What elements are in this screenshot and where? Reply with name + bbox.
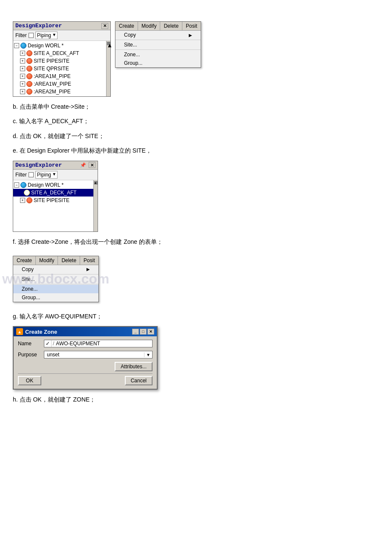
de2-expand-0[interactable]: − — [14, 182, 19, 188]
de2-filter-checkbox[interactable] — [29, 172, 34, 177]
de1-expand-5[interactable]: + — [20, 81, 25, 87]
de2-tree: − Design WORL * SITE A_DECK_AFT + SITE P — [13, 180, 93, 231]
de1-expand-3[interactable]: + — [20, 66, 25, 71]
de2-filter-dropdown[interactable]: Piping ▼ — [35, 171, 58, 179]
cm2-group[interactable]: Group... — [13, 293, 98, 302]
cm1-site[interactable]: Site... — [115, 40, 201, 49]
de2-tree-row-2[interactable]: + SITE PIPESITE — [13, 197, 93, 204]
de2-close-btn[interactable]: ✕ — [89, 162, 95, 168]
dialog-title: Create Zone — [25, 329, 57, 335]
dialog-name-prefix: / — [52, 340, 55, 347]
de2-scroll-up[interactable]: ▲ — [94, 181, 98, 185]
cm2-divider1 — [13, 274, 98, 275]
de2-expand-2[interactable]: + — [20, 198, 25, 203]
cm2-posit[interactable]: Posit — [80, 256, 98, 265]
dialog-attributes-row: Attributes... — [18, 362, 153, 371]
de2-icon-0 — [20, 182, 27, 188]
dialog-restore-btn[interactable]: □ — [140, 329, 147, 335]
cm1-posit[interactable]: Posit — [182, 22, 201, 30]
de1-label-5: :AREA1W_PIPE — [34, 81, 71, 87]
de1-scrollbar[interactable]: ▲ — [106, 41, 110, 96]
de2-tree-row-0[interactable]: − Design WORL * — [13, 181, 93, 189]
de2-pin-icon[interactable]: 📌 — [80, 162, 86, 168]
cm2-modify[interactable]: Modify — [36, 256, 58, 265]
de1-icon-3 — [26, 65, 33, 72]
de2-titlebar: DesignExplorer 📌 ✕ — [13, 161, 98, 170]
context-menu-2: Create Modify Delete Posit Copy ▶ Site..… — [13, 256, 99, 302]
instruction-h: h. 点击 OK，就创建了 ZONE； — [13, 395, 379, 404]
de2-filter-label: Filter — [15, 172, 27, 178]
de1-label-6: :AREA2M_PIPE — [34, 89, 71, 95]
de1-tree-row-4[interactable]: + :AREA1M_PIPE — [13, 72, 106, 80]
cm2-copy[interactable]: Copy ▶ — [13, 265, 98, 274]
de1-tree-row-5[interactable]: + :AREA1W_PIPE — [13, 80, 106, 88]
dialog-icon: ▲ — [16, 328, 23, 335]
instruction-f: f. 选择 Create->Zone，将会出现一个创建 Zone 的表单； — [13, 237, 379, 246]
cm1-divider — [115, 40, 201, 40]
de2-filter-bar: Filter Piping ▼ — [13, 170, 98, 180]
cm2-copy-arrow: ▶ — [86, 267, 90, 272]
instruction-b: b. 点击菜单中 Create->Site； — [13, 102, 379, 111]
cm1-header: Create Modify Delete Posit — [115, 22, 201, 31]
dialog-name-input[interactable] — [55, 340, 152, 347]
cm1-copy[interactable]: Copy ▶ — [115, 31, 201, 39]
de1-label-3: SITE QPRSITE — [34, 66, 69, 72]
cm2-create[interactable]: Create — [13, 256, 36, 265]
de2-icon-1 — [23, 189, 30, 196]
de2-label-0: Design WORL * — [28, 182, 63, 188]
instruction-c: c. 输入名字 A_DECK_AFT； — [13, 116, 379, 126]
de1-expand-1[interactable]: + — [20, 51, 25, 56]
dialog-minimize-btn[interactable]: _ — [132, 329, 139, 335]
de1-tree-row-2[interactable]: + SITE PIPESITE — [13, 57, 106, 65]
dialog-body: Name ✓ / Purpose unset ▼ — [14, 336, 157, 389]
de1-label-4: :AREA1M_PIPE — [34, 73, 71, 79]
cm1-zone[interactable]: Zone... — [115, 50, 201, 59]
dialog-purpose-value: unset — [44, 351, 144, 358]
de1-expand-2[interactable]: + — [20, 58, 25, 64]
design-explorer-1: DesignExplorer ✕ Filter Piping ▼ − Desig… — [13, 21, 111, 97]
dialog-purpose-dropdown[interactable]: ▼ — [144, 353, 152, 357]
dialog-name-row: Name ✓ / — [18, 340, 153, 347]
de2-icon-2 — [26, 197, 33, 204]
design-explorer-2: DesignExplorer 📌 ✕ Filter Piping ▼ − Des… — [13, 161, 98, 232]
de1-expand-6[interactable]: + — [20, 89, 25, 94]
de1-expand-4[interactable]: + — [20, 74, 25, 79]
de1-icon-2 — [26, 58, 33, 64]
cm2-zone[interactable]: Zone... — [13, 285, 98, 293]
cm1-create[interactable]: Create — [115, 22, 138, 30]
de1-filter-checkbox[interactable] — [29, 33, 34, 38]
de1-tree-row-6[interactable]: + :AREA2M_PIPE — [13, 88, 106, 95]
de2-tree-wrapper: − Design WORL * SITE A_DECK_AFT + SITE P — [13, 180, 98, 231]
de1-label-0: Design WORL * — [28, 43, 63, 49]
de2-dropdown-arrow: ▼ — [52, 172, 56, 176]
de1-tree: − Design WORL * + SITE A_DECK_AFT + SITE — [13, 41, 106, 96]
cm2-site[interactable]: Site... — [13, 275, 98, 283]
de1-title: DesignExplorer — [15, 23, 62, 29]
de1-filter-dropdown[interactable]: Piping ▼ — [35, 32, 58, 39]
de1-tree-row-3[interactable]: + SITE QPRSITE — [13, 65, 106, 72]
cm1-modify[interactable]: Modify — [138, 22, 160, 30]
de1-scroll-up[interactable]: ▲ — [107, 42, 110, 45]
de2-scrollbar[interactable]: ▲ — [93, 180, 98, 231]
de1-tree-row-0[interactable]: − Design WORL * — [13, 42, 106, 49]
de1-tree-row-1[interactable]: + SITE A_DECK_AFT — [13, 49, 106, 57]
create-zone-dialog: ▲ Create Zone _ □ ✕ Name ✓ / — [13, 326, 158, 390]
de1-icon-1 — [26, 50, 33, 57]
de1-close-btn[interactable]: ✕ — [101, 23, 108, 29]
cm1-divider2 — [115, 49, 201, 50]
dialog-close-btn[interactable]: ✕ — [147, 329, 154, 335]
cm2-header: Create Modify Delete Posit — [13, 256, 98, 265]
cm1-group[interactable]: Group... — [115, 59, 201, 67]
dialog-ok-btn[interactable]: OK — [18, 376, 41, 385]
dialog-name-dropdown[interactable]: ✓ — [44, 340, 52, 347]
de1-titlebar: DesignExplorer ✕ — [13, 22, 110, 30]
instruction-e: e. 在 Design Explorer 中用鼠标选中新建立的 SITE， — [13, 146, 379, 155]
de2-tree-row-1[interactable]: SITE A_DECK_AFT — [13, 189, 93, 197]
cm1-delete[interactable]: Delete — [160, 22, 182, 30]
cm2-delete[interactable]: Delete — [58, 256, 80, 265]
cm2-divider2 — [13, 284, 98, 284]
de1-expand-0[interactable]: − — [14, 43, 19, 48]
dialog-attributes-btn[interactable]: Attributes... — [115, 362, 153, 371]
dialog-cancel-btn[interactable]: Cancel — [125, 376, 153, 385]
de1-icon-4 — [26, 73, 33, 80]
